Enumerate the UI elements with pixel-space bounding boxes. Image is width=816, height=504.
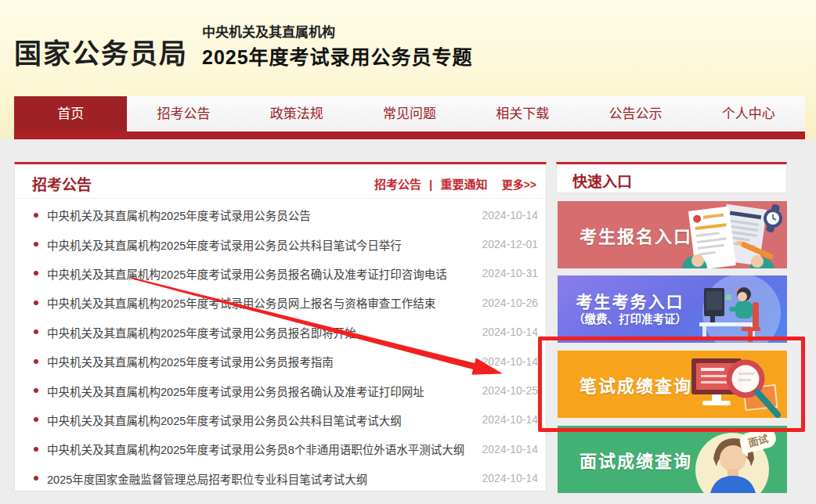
nav-tab-personal-center[interactable]: 个人中心 [692,96,805,131]
main-navbar: 首页 招考公告 政策法规 常见问题 相关下载 公告公示 个人中心 [14,96,805,139]
announcement-date: 2024-10-14 [482,472,538,484]
bullet-icon [34,301,38,305]
nav-tab-policies[interactable]: 政策法规 [240,96,353,131]
announcement-date: 2024-12-01 [482,238,538,250]
bullet-icon [34,476,38,481]
banner-sublabel: （缴费、打印准考证） [573,312,687,326]
bullet-icon [34,271,38,275]
announcement-date: 2024-10-26 [482,297,538,309]
bullet-icon [34,388,38,393]
announcements-title: 招考公告 [32,173,92,194]
announcement-link[interactable]: 中央机关及其直属机构2025年度考试录用公务员报名确认及准考证打印网址 [47,383,475,399]
banner-interview-score-inquiry[interactable]: 面试成绩查询 面试 [558,426,787,493]
list-item[interactable]: 中央机关及其直属机构2025年度考试录用公务员公共科目笔试今日举行 2024-1… [15,229,546,258]
quick-entry-title: 快速入口 [572,170,632,191]
banner-label: 考生考务入口 （缴费、打印准考证） [573,292,687,326]
announcements-list: 中央机关及其直属机构2025年度考试录用公务员公告 2024-10-14 中央机… [15,199,546,493]
announcement-link[interactable]: 中央机关及其直属机构2025年度考试录用公务员公告 [47,207,475,223]
announcement-date: 2024-10-31 [482,267,538,279]
announcement-link[interactable]: 中央机关及其直属机构2025年度考试录用公务员报名即将开始 [47,324,475,340]
nav-tab-notices[interactable]: 公告公示 [579,96,691,131]
announcement-date: 2024-10-25 [482,384,538,397]
nav-bottom-strip [14,131,805,139]
banner-written-score-inquiry[interactable]: 笔试成绩查询 [558,351,787,418]
banner-label: 笔试成绩查询 [580,372,692,397]
nav-tabs: 首页 招考公告 政策法规 常见问题 相关下载 公告公示 个人中心 [14,96,805,131]
announcement-date: 2024-10-14 [482,355,538,368]
list-item[interactable]: 中央机关及其直属机构2025年度考试录用公务员公共科目笔试考试大纲 2024-1… [15,405,546,434]
page-title: 2025年度考试录用公务员专题 [202,41,473,70]
announcement-link[interactable]: 2025年度国家金融监督管理总局招考职位专业科目笔试考试大纲 [47,470,475,487]
list-item[interactable]: 中央机关及其直属机构2025年度考试录用公务员网上报名与资格审查工作结束 202… [15,288,546,317]
announcement-date: 2024-10-14 [482,326,538,338]
banner-label: 面试成绩查询 [580,447,692,472]
announcements-panel-header: 招考公告 招考公告 | 重要通知 更多>> [15,164,546,199]
announcement-link[interactable]: 中央机关及其直属机构2025年度考试录用公务员网上报名与资格审查工作结束 [47,294,475,311]
header-subtitle-line1: 中央机关及其直属机构 [202,21,335,41]
list-item[interactable]: 中央机关及其直属机构2025年度考试录用公务员报名确认及准考证打印咨询电话 20… [15,259,546,288]
bullet-icon [34,359,38,364]
bullet-icon [34,213,38,218]
announcements-filters: 招考公告 | 重要通知 更多>> [374,175,536,192]
bullet-icon [34,417,38,422]
announcement-link[interactable]: 中央机关及其直属机构2025年度考试录用公务员公共科目笔试考试大纲 [47,412,475,428]
bullet-icon [34,329,38,334]
list-item[interactable]: 中央机关及其直属机构2025年度考试录用公务员8个非通用语职位外语水平测试大纲 … [15,434,546,463]
banner-candidate-registration[interactable]: 考生报名入口 [558,201,787,268]
list-item[interactable]: 中央机关及其直属机构2025年度考试录用公务员报考指南 2024-10-14 [15,347,546,376]
filter-link-announcements[interactable]: 招考公告 [374,178,421,191]
announcement-date: 2024-10-14 [482,413,538,426]
site-logo-text: 国家公务员局 [14,31,188,71]
announcement-date: 2024-10-14 [482,209,538,221]
filter-separator: | [429,178,432,191]
bullet-icon [34,447,38,452]
announcement-link[interactable]: 中央机关及其直属机构2025年度考试录用公务员公共科目笔试今日举行 [47,236,475,253]
exam-service-illustration [670,275,787,343]
list-item[interactable]: 中央机关及其直属机构2025年度考试录用公务员报名即将开始 2024-10-14 [15,318,546,347]
announcement-link[interactable]: 中央机关及其直属机构2025年度考试录用公务员报考指南 [47,353,475,369]
nav-tab-downloads[interactable]: 相关下载 [466,96,579,131]
announcement-date: 2024-10-14 [482,443,538,455]
list-item[interactable]: 2025年度国家金融监督管理总局招考职位专业科目笔试考试大纲 2024-10-1… [15,464,546,493]
list-item[interactable]: 中央机关及其直属机构2025年度考试录用公务员报名确认及准考证打印网址 2024… [15,376,546,405]
announcements-panel: 招考公告 招考公告 | 重要通知 更多>> 中央机关及其直属机构2025年度考试… [14,162,547,491]
announcement-link[interactable]: 中央机关及其直属机构2025年度考试录用公务员8个非通用语职位外语水平测试大纲 [47,441,475,457]
banner-exam-service-entry[interactable]: 考生考务入口 （缴费、打印准考证） [558,275,787,343]
nav-tab-faq[interactable]: 常见问题 [353,96,466,131]
announcement-link[interactable]: 中央机关及其直属机构2025年度考试录用公务员报名确认及准考证打印咨询电话 [47,265,475,282]
bullet-icon [34,242,38,247]
nav-tab-announcements[interactable]: 招考公告 [127,96,240,131]
banner-label: 考生报名入口 [580,222,692,247]
more-link[interactable]: 更多>> [502,178,536,191]
filter-link-important[interactable]: 重要通知 [440,178,487,191]
list-item[interactable]: 中央机关及其直属机构2025年度考试录用公务员公告 2024-10-14 [15,200,546,229]
watch-icon [764,203,782,232]
quick-entry-panel: 快速入口 [556,162,787,193]
